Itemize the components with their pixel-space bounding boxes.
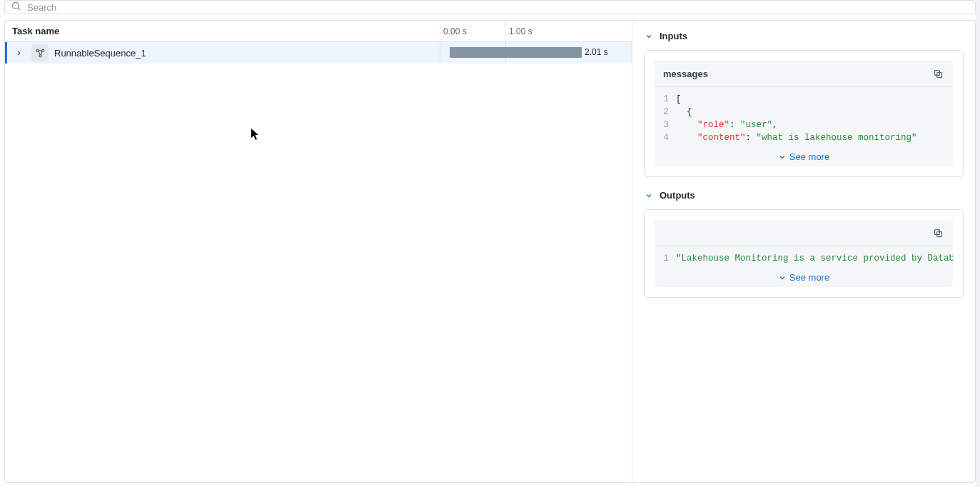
chain-icon (31, 44, 49, 61)
chevron-down-icon (644, 191, 654, 201)
see-more-button[interactable]: See more (655, 147, 953, 166)
svg-point-4 (39, 54, 41, 56)
inputs-title: Inputs (660, 31, 687, 41)
table-row[interactable]: RunnableSequence_1 2.01 s (5, 42, 632, 64)
search-icon (11, 1, 21, 14)
see-more-label: See more (789, 272, 829, 283)
outputs-code-block: 1"Lakehouse Monitoring is a service prov… (655, 220, 953, 287)
column-task-name: Task name (5, 26, 432, 36)
chevron-down-icon (644, 31, 654, 41)
timeline-header: 0.00 s1.00 s (432, 21, 632, 41)
details-panel: Inputs messages 1[2 {3 "role": "user",4 … (632, 21, 975, 482)
inputs-code-block: messages 1[2 {3 "role": "user",4 "conten… (655, 61, 953, 166)
trace-tree-panel: Task name 0.00 s1.00 s RunnableSequence_… (5, 21, 632, 482)
mouse-cursor (251, 128, 261, 141)
copy-button[interactable] (931, 226, 944, 239)
see-more-label: See more (789, 151, 829, 162)
code-line: 1"Lakehouse Monitoring is a service prov… (655, 252, 953, 265)
duration-bar (450, 47, 582, 58)
svg-line-1 (18, 8, 20, 10)
svg-line-6 (41, 51, 42, 54)
code-line: 3 "role": "user", (655, 119, 953, 131)
timeline-track: 2.01 s (432, 42, 632, 64)
task-name-label: RunnableSequence_1 (54, 48, 146, 59)
timeline-tick: 1.00 s (505, 21, 532, 41)
expand-toggle[interactable] (11, 46, 26, 60)
column-header: Task name 0.00 s1.00 s (5, 21, 632, 42)
code-line: 1[ (655, 93, 953, 106)
search-input[interactable] (27, 2, 969, 13)
see-more-button[interactable]: See more (655, 268, 953, 287)
svg-point-0 (13, 3, 19, 9)
svg-line-5 (39, 51, 40, 54)
code-line: 2 { (655, 106, 953, 119)
timeline-tick: 0.00 s (440, 21, 467, 41)
outputs-section: Outputs 1"Lakehouse Monitoring is a serv… (644, 190, 964, 298)
duration-label: 2.01 s (585, 47, 608, 57)
search-bar[interactable] (4, 0, 976, 14)
outputs-title: Outputs (660, 190, 695, 201)
outputs-header[interactable]: Outputs (644, 190, 964, 201)
inputs-block-title: messages (663, 69, 708, 79)
inputs-section: Inputs messages 1[2 {3 "role": "user",4 … (644, 31, 964, 177)
copy-button[interactable] (931, 67, 944, 80)
inputs-header[interactable]: Inputs (644, 31, 964, 41)
scrollbar[interactable] (976, 0, 980, 487)
code-line: 4 "content": "what is lakehouse monitori… (655, 131, 953, 144)
